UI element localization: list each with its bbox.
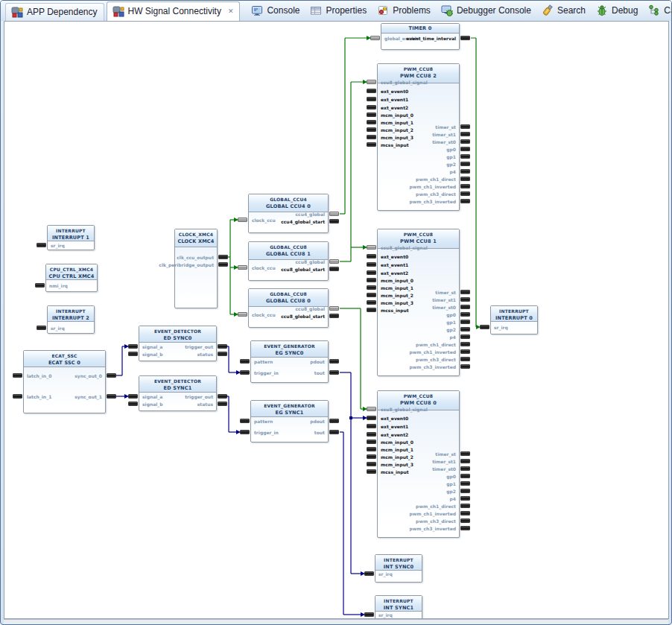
pin-global_enable[interactable] [370,36,380,40]
pin-signal_b[interactable] [128,402,138,406]
pin-ccu8_global[interactable] [329,259,339,264]
pin-sr_irq[interactable] [364,612,374,617]
tab-app-dependency[interactable]: APP Dependency [5,3,104,21]
pin-gp2[interactable] [460,489,470,493]
pin-clock_ccu[interactable] [238,265,247,270]
pin-timer_st[interactable] [460,290,470,294]
block-ed-sync0[interactable]: EVENT_DETECTORED SYNC0signal_asignal_btr… [139,326,217,361]
pin-mcm_input_1[interactable] [367,120,376,124]
block-cpu-ctrl-xmc4-0[interactable]: CPU_CTRL_XMC4CPU CTRL XMC4 0nmi_irq [45,264,98,292]
block-int-sync1[interactable]: INTERRUPTINT SYNC1sr_irq [375,595,422,619]
pin-pwm_ch3_inverted[interactable] [460,199,470,203]
pin-timer_st0[interactable] [460,305,470,309]
pin-pattern[interactable] [240,419,250,423]
pin-p4[interactable] [460,334,470,339]
tab-properties[interactable]: Properties [305,1,372,21]
block-clock-xmc4-0[interactable]: CLOCK_XMC4CLOCK XMC4 0clk_ccu_outputclk_… [174,229,218,308]
pin-pwm_ch1_direct[interactable] [460,342,470,346]
pin-gp2[interactable] [460,327,470,331]
pin-clk_peribridge_output[interactable] [218,262,228,267]
pin-sr_irq[interactable] [37,326,46,330]
pin-latch_in_0[interactable] [13,373,22,378]
pin-pwm_ch1_inverted[interactable] [460,511,470,515]
pin-mcm_input_2[interactable] [367,127,376,132]
tab-call-hierarchy[interactable]: Call Hierarchy [643,1,672,21]
pin-mcm_input_0[interactable] [367,440,376,444]
pin-ext_event2[interactable] [367,432,376,437]
pin-gp0[interactable] [460,312,470,317]
wire-eg-sync0-tout-to-pwm0-and-intsync0[interactable] [340,372,367,576]
pin-trigger_out[interactable] [218,394,227,399]
pin-ext_event0[interactable] [367,416,376,420]
block-ecat-ssc-0[interactable]: ECAT_SSCECAT SSC 0latch_in_0latch_in_1sy… [23,350,106,413]
pin-nmi_irq[interactable] [35,283,45,288]
wire-ccu8-global-1-to-pwm1-pwm2[interactable] [340,80,367,261]
pin-pwm_ch1_inverted[interactable] [460,184,470,188]
pin-clock_ccu[interactable] [238,312,247,317]
block-int-sync0[interactable]: INTERRUPTINT SYNC0sr_irq [375,554,422,583]
pin-pwm_ch3_inverted[interactable] [460,526,470,530]
pin-pwm_ch1_direct[interactable] [460,177,470,181]
pin-trigger_in[interactable] [240,370,250,375]
pin-gp1[interactable] [460,481,470,486]
pin-signal_a[interactable] [128,394,138,399]
tab-search[interactable]: Search [536,1,591,21]
pin-signal_b[interactable] [128,352,138,356]
block-global-ccu4-0[interactable]: GLOBAL_CCU4GLOBAL CCU4 0clock_ccuccu4_gl… [248,194,329,233]
pin-clk_ccu_output[interactable] [218,255,228,259]
pin-timer_st0[interactable] [460,466,470,471]
pin-tout[interactable] [329,370,339,375]
pin-pwm_ch3_direct[interactable] [460,518,470,523]
tab-debugger-console[interactable]: Debugger Console [436,1,536,21]
pin-sr_irq[interactable] [37,243,46,247]
pin-latch_in_1[interactable] [13,394,22,399]
pin-ext_event1[interactable] [367,424,376,428]
pin-gp0[interactable] [460,147,470,151]
pin-ext_event1[interactable] [367,97,376,101]
pin-mcm_input_1[interactable] [367,447,376,451]
tab-debug[interactable]: Debug [591,1,643,21]
pin-ccu8_global[interactable] [329,306,339,311]
wire-clk-ccu-to-globals[interactable] [227,218,238,317]
pin-ccu8_global_start[interactable] [329,267,339,271]
pin-pwm_ch1_inverted[interactable] [460,349,470,354]
block-pwm-ccu8-0[interactable]: PWM_CCU8PWM CCU8 0ccu8_global_signalext_… [377,390,460,538]
signal-connectivity-canvas[interactable]: TIMER 0global_enableevent_time_intervalP… [4,21,669,619]
pin-sync_out_0[interactable] [107,373,116,378]
pin-gp1[interactable] [460,154,470,159]
pin-pattern[interactable] [240,359,250,364]
pin-gp2[interactable] [460,162,470,166]
wire-timer-event-to-interrupt0[interactable] [471,38,481,329]
pin-mcss_input[interactable] [367,308,376,312]
close-icon[interactable]: ✕ [228,7,234,15]
pin-sync_out_1[interactable] [107,394,116,399]
block-global-ccu8-0[interactable]: GLOBAL_CCU8GLOBAL CCU8 0clock_ccuccu8_gl… [248,288,329,328]
pin-ccu8_global_signal[interactable] [367,407,376,411]
tab-hw-signal-connectivity[interactable]: HW Signal Connectivity ✕ [107,1,241,21]
pin-p4[interactable] [460,169,470,174]
pin-mcss_input[interactable] [367,142,376,147]
pin-mcm_input_3[interactable] [367,462,376,466]
pin-mcm_input_0[interactable] [367,278,376,282]
block-interrupt-1[interactable]: INTERRUPTINTERRUPT 1sr_irq [47,225,95,250]
pin-clock_ccu[interactable] [238,218,247,222]
pin-trigger_out[interactable] [218,344,227,349]
block-timer-0[interactable]: TIMER 0global_enableevent_time_interval [381,23,460,50]
pin-event_time_interval[interactable] [460,36,470,40]
pin-timer_st1[interactable] [460,459,470,463]
pin-pdout[interactable] [329,419,339,423]
pin-timer_st[interactable] [460,124,470,129]
block-pwm-ccu8-2[interactable]: PWM_CCU8PWM CCU8 2ccu8_global_signalext_… [377,63,460,211]
wire-ccu8-global-0-to-pwm0[interactable] [340,308,367,411]
pin-ext_event0[interactable] [367,89,376,93]
pin-p4[interactable] [460,496,470,501]
pin-status[interactable] [218,352,227,356]
pin-ext_event0[interactable] [367,254,376,258]
pin-gp0[interactable] [460,474,470,478]
pin-mcss_input[interactable] [367,469,376,474]
tab-console[interactable]: Console [246,1,305,21]
wire-ccu4-global-to-timer[interactable] [340,36,371,214]
pin-mcm_input_3[interactable] [367,135,376,139]
pin-ccu8_global_signal[interactable] [367,80,376,84]
block-interrupt-0[interactable]: INTERRUPTINTERRUPT 0sr_irq [490,305,538,334]
